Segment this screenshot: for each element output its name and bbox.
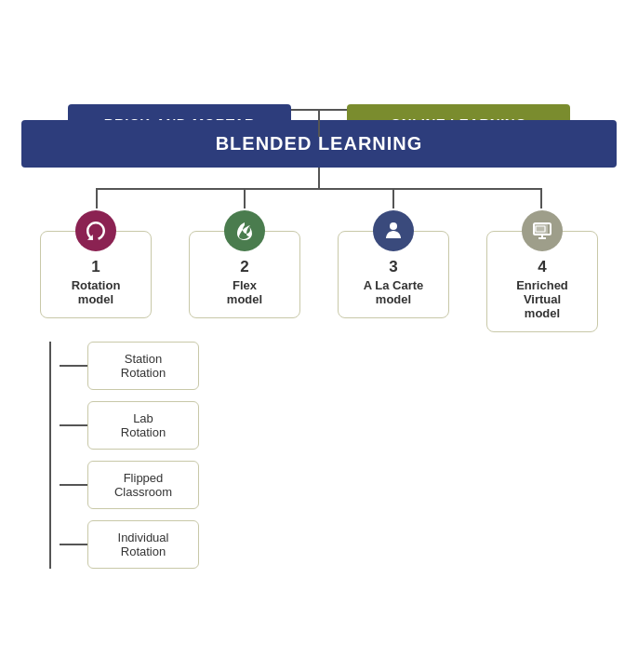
diagram-container: BRICK-AND-MORTAR ONLINE LEARNING BLENDED — [12, 86, 626, 587]
rotation-model-wrapper: 1 Rotationmodel — [21, 210, 170, 318]
connector-line-flipped — [60, 484, 87, 486]
lab-rotation-box: LabRotation — [87, 401, 199, 450]
flipped-classroom-box: FlippedClassroom — [87, 461, 199, 509]
flipped-classroom-row: FlippedClassroom — [60, 461, 199, 509]
station-rotation-label: StationRotation — [121, 352, 166, 380]
flex-model-wrapper: 2 Flexmodel — [170, 210, 319, 318]
connector-line-station — [60, 365, 87, 367]
individual-rotation-label: IndividualRotation — [118, 531, 169, 558]
connector-line-individual — [60, 544, 87, 545]
lab-rotation-row: LabRotation — [60, 401, 199, 450]
flex-icon — [224, 210, 265, 251]
enriched-model-wrapper: 4 EnrichedVirtualmodel — [468, 210, 617, 332]
individual-rotation-row: IndividualRotation — [60, 520, 199, 569]
station-rotation-row: StationRotation — [60, 342, 199, 390]
flex-name: Flexmodel — [197, 278, 292, 306]
station-rotation-box: StationRotation — [87, 342, 199, 390]
alacarte-icon — [373, 210, 414, 251]
alacarte-name: A La Cartemodel — [346, 278, 441, 306]
enriched-num: 4 — [495, 258, 590, 276]
flex-num: 2 — [197, 258, 292, 276]
lab-rotation-label: LabRotation — [121, 411, 166, 439]
models-row: 1 Rotationmodel 2 Flexmodel — [21, 210, 617, 332]
rotation-num: 1 — [48, 258, 143, 276]
enriched-name: EnrichedVirtualmodel — [495, 278, 590, 320]
rotation-name: Rotationmodel — [48, 278, 143, 306]
connector-line-lab — [60, 424, 87, 426]
flipped-classroom-label: FlippedClassroom — [114, 471, 172, 499]
rotation-icon — [75, 210, 116, 251]
alacarte-model-wrapper: 3 A La Cartemodel — [319, 210, 468, 318]
main-layout: BRICK-AND-MORTAR ONLINE LEARNING BLENDED — [21, 104, 617, 569]
alacarte-num: 3 — [346, 258, 441, 276]
individual-rotation-box: IndividualRotation — [87, 520, 199, 569]
enriched-icon — [522, 210, 563, 251]
svg-point-0 — [390, 222, 397, 230]
